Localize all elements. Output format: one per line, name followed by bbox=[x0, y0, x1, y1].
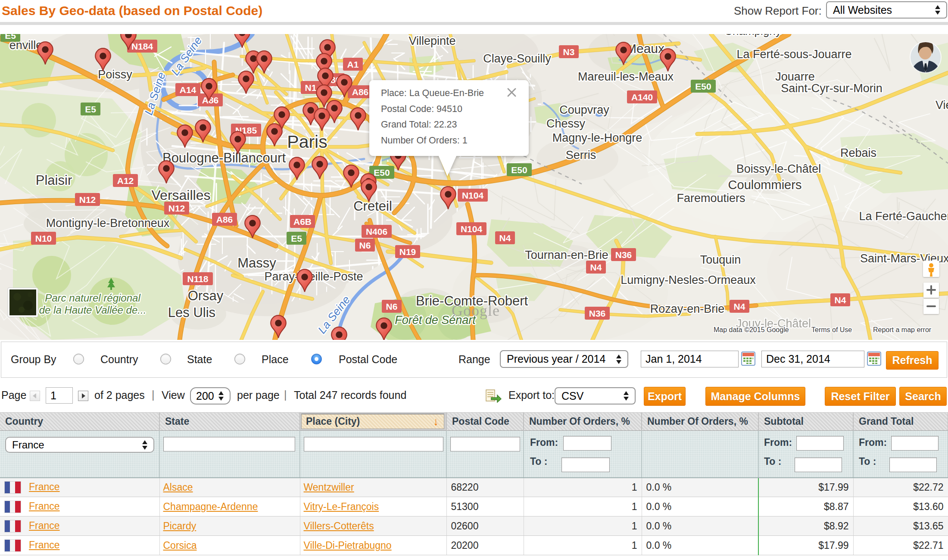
svg-text:Creteil: Creteil bbox=[353, 199, 392, 214]
svg-text:E50: E50 bbox=[695, 81, 711, 91]
svg-text:La Ferté-sous-Jouarre: La Ferté-sous-Jouarre bbox=[736, 48, 851, 61]
svg-text:Report a map error: Report a map error bbox=[873, 326, 932, 333]
svg-text:N36: N36 bbox=[615, 250, 632, 260]
svg-text:N4: N4 bbox=[835, 295, 846, 305]
svg-text:N184: N184 bbox=[131, 41, 153, 51]
svg-text:N104: N104 bbox=[462, 190, 484, 200]
svg-text:Grand Total: 22.23: Grand Total: 22.23 bbox=[381, 119, 457, 130]
svg-text:Orsay: Orsay bbox=[188, 288, 224, 303]
svg-text:Les Ulis: Les Ulis bbox=[168, 305, 215, 320]
svg-text:Plaisir: Plaisir bbox=[36, 173, 72, 188]
svg-text:A12: A12 bbox=[117, 176, 134, 186]
svg-text:E50: E50 bbox=[511, 165, 527, 175]
svg-text:A1: A1 bbox=[347, 59, 359, 69]
svg-text:E50: E50 bbox=[374, 168, 390, 177]
svg-text:N12: N12 bbox=[168, 203, 185, 213]
svg-text:Number Of Orders: 1: Number Of Orders: 1 bbox=[381, 135, 468, 146]
svg-text:Touquin: Touquin bbox=[700, 253, 741, 266]
svg-text:N104: N104 bbox=[461, 224, 483, 234]
svg-text:N4: N4 bbox=[734, 302, 745, 311]
svg-text:Saint-Cyr-sur-Morin: Saint-Cyr-sur-Morin bbox=[781, 82, 883, 95]
svg-text:La Ferté-Gaucher: La Ferté-Gaucher bbox=[859, 210, 948, 223]
svg-text:Massy: Massy bbox=[237, 255, 276, 271]
svg-text:Rebais: Rebais bbox=[840, 146, 876, 159]
svg-text:Parc naturel régional: Parc naturel régional bbox=[45, 292, 140, 304]
svg-text:Chessy: Chessy bbox=[546, 117, 586, 130]
svg-text:Google: Google bbox=[452, 302, 500, 319]
svg-text:Montigny-le-Bretonneux: Montigny-le-Bretonneux bbox=[46, 217, 170, 230]
svg-text:N118: N118 bbox=[187, 274, 208, 284]
svg-text:Mareuil-les-Meaux: Mareuil-les-Meaux bbox=[578, 70, 674, 83]
svg-text:A140: A140 bbox=[631, 92, 653, 102]
svg-text:A6B: A6B bbox=[293, 217, 312, 227]
svg-text:Faremoutiers: Faremoutiers bbox=[677, 192, 745, 205]
svg-text:Terms of Use: Terms of Use bbox=[811, 326, 852, 333]
svg-text:Tournan-en-Brie: Tournan-en-Brie bbox=[525, 249, 608, 261]
svg-text:Paris: Paris bbox=[287, 132, 327, 152]
svg-text:Paray-Vieille-Poste: Paray-Vieille-Poste bbox=[264, 270, 363, 283]
svg-text:Boissy-le-Châtel: Boissy-le-Châtel bbox=[736, 162, 821, 175]
svg-text:N19: N19 bbox=[399, 247, 416, 257]
svg-text:Serris: Serris bbox=[566, 149, 596, 162]
svg-text:Jouarre: Jouarre bbox=[775, 70, 815, 83]
svg-text:Rozay-en-Brie: Rozay-en-Brie bbox=[650, 302, 725, 315]
svg-text:Postal Code: 94510: Postal Code: 94510 bbox=[381, 104, 462, 114]
svg-text:Claye-Souilly: Claye-Souilly bbox=[483, 52, 551, 65]
svg-text:N10: N10 bbox=[35, 233, 52, 243]
svg-text:Viels: Viels bbox=[936, 99, 948, 112]
svg-text:N6: N6 bbox=[359, 240, 371, 250]
svg-text:Boulogne-Billancourt: Boulogne-Billancourt bbox=[162, 150, 286, 165]
svg-text:Coulommiers: Coulommiers bbox=[728, 178, 802, 192]
svg-text:Magny-le-Hongre: Magny-le-Hongre bbox=[552, 131, 642, 144]
svg-text:N406: N406 bbox=[366, 227, 387, 236]
svg-text:A86: A86 bbox=[352, 87, 369, 97]
svg-text:Lumigny-Nesles-Ormeaux: Lumigny-Nesles-Ormeaux bbox=[621, 274, 756, 286]
svg-text:N36: N36 bbox=[589, 308, 606, 318]
svg-text:E5: E5 bbox=[291, 233, 302, 243]
svg-text:N3: N3 bbox=[563, 47, 575, 57]
svg-text:de la Haute Vallée de...: de la Haute Vallée de... bbox=[39, 304, 147, 316]
svg-text:E5: E5 bbox=[5, 34, 16, 40]
svg-text:Versailles: Versailles bbox=[152, 187, 211, 203]
svg-text:Champigny: Champigny bbox=[724, 34, 781, 37]
svg-text:Coupvray: Coupvray bbox=[559, 103, 609, 116]
svg-text:N6: N6 bbox=[386, 302, 398, 311]
svg-text:Place: La Queue-En-Brie: Place: La Queue-En-Brie bbox=[381, 88, 484, 98]
svg-text:E5: E5 bbox=[85, 104, 96, 114]
svg-text:A14: A14 bbox=[180, 85, 196, 95]
svg-text:Map data ©2015 Google: Map data ©2015 Google bbox=[714, 326, 789, 333]
svg-text:N12: N12 bbox=[79, 195, 96, 205]
svg-text:Villepinte: Villepinte bbox=[409, 34, 455, 47]
svg-text:N4: N4 bbox=[499, 233, 511, 243]
svg-text:A86: A86 bbox=[216, 215, 233, 224]
svg-text:N4: N4 bbox=[590, 262, 602, 272]
svg-text:N1: N1 bbox=[305, 83, 317, 93]
